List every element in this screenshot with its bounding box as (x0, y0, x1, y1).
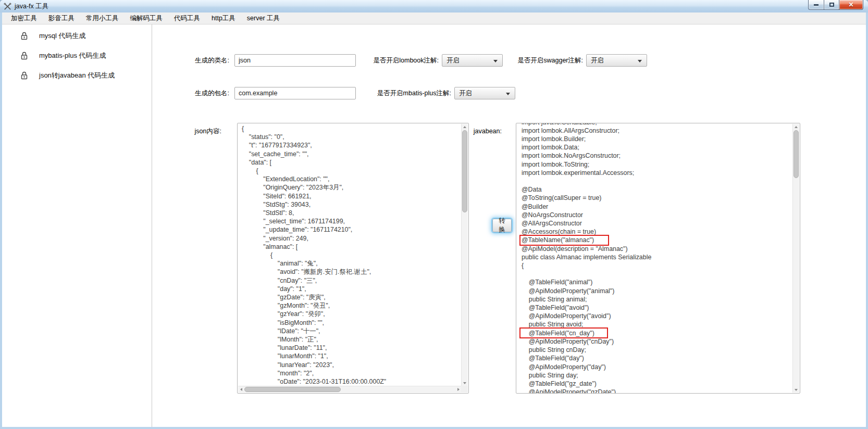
menu-server-tools[interactable]: server 工具 (241, 12, 286, 24)
cn-day-highlight-box (519, 327, 608, 338)
menu-codec-tools[interactable]: 编解码工具 (125, 12, 169, 24)
mybatis-plus-toggle-label: 是否开启mbatis-plus注解: (355, 87, 451, 99)
json-vscroll-thumb[interactable] (462, 130, 467, 212)
sidebar-item-mysql-codegen[interactable]: mysql 代码生成 (21, 30, 86, 42)
title-bar[interactable]: java-fx 工具 ✕ (0, 0, 868, 12)
chevron-down-icon (638, 60, 642, 62)
scroll-down-icon[interactable] (793, 387, 799, 393)
javabean-output-text: import java.io.Serializable; import lomb… (516, 123, 800, 394)
json-hscroll-thumb[interactable] (244, 387, 341, 392)
window-title: java-fx 工具 (15, 2, 48, 11)
menu-bar: 加密工具 影音工具 常用小工具 编解码工具 代码工具 http工具 server… (2, 12, 866, 24)
json-vertical-scrollbar[interactable] (461, 124, 468, 386)
sidebar-item-label: mybatis-plus 代码生成 (39, 51, 106, 60)
mybatis-plus-selected-value: 开启 (459, 90, 472, 97)
tablename-highlight-box (519, 235, 609, 246)
app-window: java-fx 工具 ✕ 加密工具 影音工具 常用小工具 编解码工具 代码工具 … (0, 0, 868, 429)
close-button[interactable]: ✕ (839, 0, 863, 10)
sidebar-item-mybatis-plus-codegen[interactable]: mybatis-plus 代码生成 (21, 49, 106, 62)
swagger-toggle-label: 是否开启swagger注解: (498, 54, 583, 67)
class-name-label: 生成的类名: (156, 54, 229, 67)
menu-media-tools[interactable]: 影音工具 (43, 12, 80, 24)
lock-icon (21, 52, 28, 60)
lombok-select[interactable]: 开启 (442, 54, 503, 67)
lock-icon (21, 71, 28, 80)
scrollbar-corner (461, 386, 468, 393)
javabean-output-editor[interactable]: import java.io.Serializable; import lomb… (516, 123, 800, 394)
convert-button[interactable]: 转换 (492, 219, 512, 232)
app-tools-icon (4, 3, 11, 10)
sidebar: mysql 代码生成 mybatis-plus 代码生成 jso (2, 24, 152, 427)
menu-code-tools[interactable]: 代码工具 (168, 12, 206, 24)
minimize-icon (814, 4, 819, 6)
json-horizontal-scrollbar[interactable] (238, 386, 461, 393)
chevron-down-icon (493, 60, 498, 62)
javabean-label: javabean: (424, 125, 502, 137)
main-content: mysql 代码生成 mybatis-plus 代码生成 jso (2, 24, 866, 427)
scroll-up-icon[interactable] (793, 124, 799, 130)
javabean-vscroll-thumb[interactable] (793, 130, 799, 178)
scroll-down-icon[interactable] (462, 380, 467, 386)
json-content-label: json内容: (156, 125, 221, 137)
package-name-input[interactable] (234, 87, 356, 99)
json-content-editor[interactable]: { "status": "0", "t": "1677917334923", "… (237, 123, 469, 394)
scroll-left-icon[interactable] (238, 386, 244, 392)
swagger-select[interactable]: 开启 (586, 54, 647, 67)
json-content-text: { "status": "0", "t": "1677917334923", "… (238, 124, 468, 386)
sidebar-item-label: mysql 代码生成 (39, 31, 86, 41)
sidebar-item-label: json转javabean 代码生成 (39, 71, 115, 80)
class-name-input[interactable] (234, 54, 356, 67)
close-icon: ✕ (848, 2, 853, 8)
javabean-vertical-scrollbar[interactable] (792, 124, 799, 393)
chevron-down-icon (506, 93, 510, 95)
maximize-icon (829, 3, 834, 7)
swagger-selected-value: 开启 (591, 57, 604, 64)
package-name-label: 生成的包名: (156, 87, 229, 99)
menu-common-tools[interactable]: 常用小工具 (80, 12, 125, 24)
sidebar-item-json-to-javabean-codegen[interactable]: json转javabean 代码生成 (21, 69, 115, 82)
lock-icon (21, 32, 28, 40)
mybatis-plus-select[interactable]: 开启 (454, 87, 515, 99)
menu-encrypt-tools[interactable]: 加密工具 (5, 12, 43, 24)
lombok-selected-value: 开启 (447, 57, 460, 64)
lombok-toggle-label: 是否开启lombook注解: (353, 54, 439, 67)
scroll-right-icon[interactable] (455, 386, 461, 392)
menu-http-tools[interactable]: http工具 (206, 12, 241, 24)
maximize-button[interactable] (824, 0, 839, 10)
window-controls: ✕ (808, 0, 863, 10)
minimize-button[interactable] (808, 0, 824, 10)
